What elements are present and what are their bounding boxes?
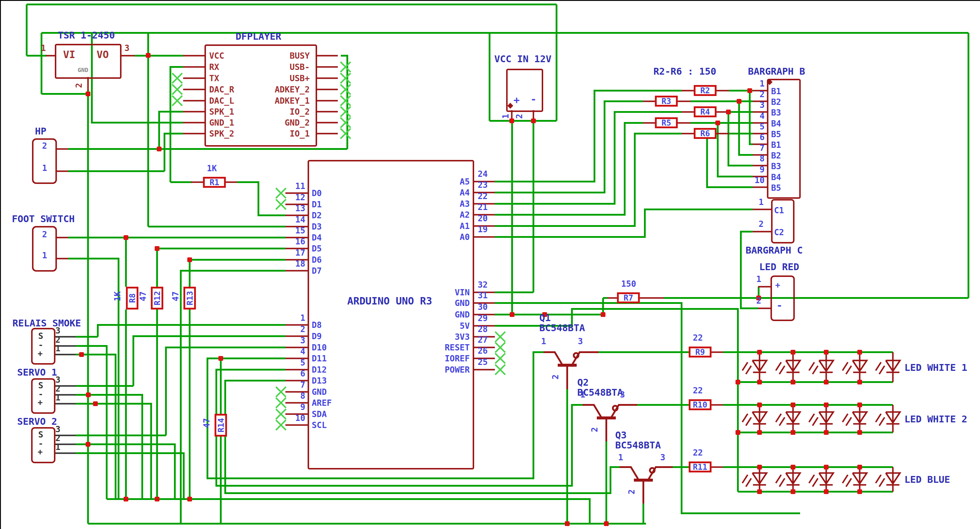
led-red-name: LED RED [759,261,799,273]
resistor-r1: R1 [203,177,226,188]
q1-num-3: 3 [578,337,583,346]
resistor-r10-value: 22 [693,386,703,396]
arduino-num-15: 15 [285,226,305,235]
resistor-r11: R11 [689,461,711,472]
arduino-pin-gnd7: GND [312,387,327,397]
led-symbols [742,352,900,492]
arduino-pin-d2: D2 [312,211,322,220]
relais-pin-s: S [38,331,43,341]
q3-num-2: 2 [627,489,636,494]
vcc-in-name: VCC IN 12V [494,53,552,65]
led-white-1-label: LED WHITE 1 [904,362,967,373]
arduino-num-20: 20 [478,214,488,223]
bargraph-b-num-9: 9 [747,165,765,175]
foot-switch-num-2: 2 [42,230,47,239]
arduino-num-4: 4 [285,346,305,356]
hp-num-1: 1 [42,163,47,173]
arduino-pin-d1: D1 [312,200,322,210]
q2-num-3: 3 [620,390,625,400]
tsr-name: TSR 1-2450 [58,30,115,41]
arduino-pin-5v: 5V [393,321,470,331]
relais-pin-plus: + [38,349,43,358]
bargraph-b-pin-b2a: B2 [771,97,781,107]
resistor-r11-value: 22 [693,448,703,458]
resistor-r10-ref: R10 [693,400,707,409]
arduino-pin-d5: D5 [312,244,322,254]
arduino-num-19: 19 [478,224,488,234]
arduino-pin-d4: D4 [312,233,322,243]
bargraph-b-pin-b1a: B1 [771,86,781,96]
servo1-pin-plus: + [38,397,43,407]
arduino-num-11: 11 [285,181,305,191]
servo1-num-1: 1 [56,393,60,402]
arduino-pin-d6: D6 [312,255,322,265]
arduino-pin-d3: D3 [312,222,322,232]
bargraph-c-name: BARGRAPH C [746,245,803,256]
resistor-r12-ref: R12 [153,291,162,305]
dfplayer-pin-usbm: USB- [212,62,310,72]
arduino-pin-d8: D8 [312,320,322,330]
vcc-in-plus: + [514,94,520,106]
arduino-num-14: 14 [285,215,305,224]
arduino-pin-scl: SCL [312,420,327,430]
led-white-2-label: LED WHITE 2 [904,413,967,425]
resistor-r14-value: 47 [202,418,212,428]
resistor-r7-ref: R7 [624,293,633,302]
arduino-pin-power: POWER [393,365,470,375]
arduino-pin-d0: D0 [312,188,322,198]
resistor-r9-value: 22 [693,333,703,343]
arduino-num-25: 25 [478,357,488,367]
bargraph-b-num-5: 5 [747,122,765,132]
bargraph-b-num-7: 7 [747,143,765,153]
arduino-num-23: 23 [478,180,488,190]
relais-num-1: 1 [56,343,60,353]
arduino-num-29: 29 [478,313,488,323]
resistor-r14-ref: R14 [216,418,226,432]
dfplayer-pin-adkey2: ADKEY_2 [212,85,310,94]
arduino-pin-d11: D11 [312,354,327,364]
arduino-num-26: 26 [478,346,488,356]
foot-switch-num-1: 1 [42,251,47,261]
bargraph-b-num-8: 8 [747,154,765,164]
arduino-num-21: 21 [478,202,488,212]
arduino-num-1: 1 [285,313,305,323]
arduino-pin-d10: D10 [312,343,327,353]
arduino-num-5: 5 [285,358,305,368]
resistor-r5: R5 [655,117,678,128]
arduino-num-18: 18 [285,259,305,268]
bargraph-c-pin-c2: C2 [774,227,784,237]
polarity-marks [508,79,773,109]
bargraph-b-pin-b3a: B3 [771,108,781,118]
arduino-num-27: 27 [478,335,488,345]
resistor-r13: R13 [183,287,196,310]
bargraph-b-pin-b1b: B1 [771,140,781,150]
resistor-r8: R8 [126,287,138,310]
resistor-r1-value: 1K [207,164,217,173]
tsr-num-2: 2 [74,83,84,88]
resistor-r4: R4 [694,106,717,117]
q2-ref: Q2 [577,377,589,388]
dfplayer-pin-usbp: USB+ [212,73,310,83]
arduino-num-7: 7 [285,380,305,390]
resistor-r12: R12 [151,287,163,310]
tsr-pin-vi: VI [63,49,75,60]
resistor-r9: R9 [689,346,711,357]
q3-part: BC548BTA [615,440,661,451]
bargraph-b-num-1: 1 [747,79,765,89]
tsr-pin-gnd: GND [78,66,88,73]
arduino-pin-aref: AREF [312,398,332,408]
arduino-pin-gnd31: GND [393,298,470,308]
q3-num-1: 1 [618,453,623,462]
bargraph-b-num-3: 3 [747,100,765,110]
relais-smoke-box [31,328,56,365]
servo1-num-3: 3 [56,375,60,385]
resistor-r9-ref: R9 [695,348,705,357]
arduino-pin-a3: A3 [431,199,470,209]
arduino-num-17: 17 [285,248,305,258]
resistor-r2: R2 [694,85,717,96]
foot-switch-name: FOOT SWITCH [12,213,75,224]
q3-num-3: 3 [660,453,665,462]
arduino-num-24: 24 [478,169,488,179]
led-red-num-1: 1 [756,274,761,284]
bargraph-b-pin-b4a: B4 [771,119,781,129]
